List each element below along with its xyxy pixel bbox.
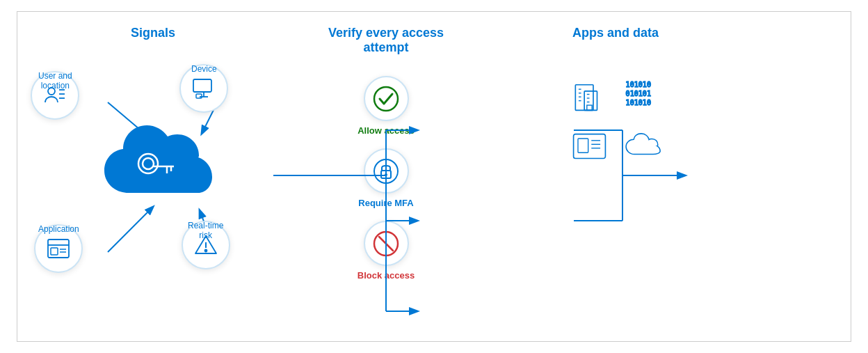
svg-rect-40	[584, 91, 597, 111]
signals-title: Signals	[24, 26, 282, 40]
verify-section: Verify every access attempt Allow access	[303, 26, 469, 281]
svg-text:101010: 101010	[626, 81, 651, 88]
binary-svg: 101010 010101 101010	[622, 75, 661, 113]
diagram: Signals User andlocation	[17, 11, 851, 342]
svg-text:101010: 101010	[626, 99, 651, 107]
cloud-apps-svg	[622, 127, 661, 166]
dashboard-svg	[570, 127, 609, 166]
block-access-circle	[364, 221, 409, 266]
cloud-svg	[87, 116, 226, 224]
require-mfa-item: Require MFA	[358, 148, 413, 208]
device-label: Device	[191, 64, 217, 74]
require-mfa-circle	[364, 148, 409, 194]
block-access-label: Block access	[357, 270, 415, 281]
svg-rect-53	[578, 139, 588, 152]
checkmark-svg	[372, 85, 400, 113]
svg-text:010101: 010101	[626, 90, 651, 97]
monitor-svg	[191, 76, 216, 101]
svg-rect-17	[193, 79, 211, 92]
signals-section: Signals User andlocation	[24, 26, 282, 327]
cloud-container	[87, 116, 226, 227]
svg-line-38	[379, 237, 393, 251]
verify-title: Verify every access attempt	[328, 26, 444, 55]
cloud-icon-container	[622, 127, 661, 166]
allow-access-circle	[364, 76, 409, 121]
binary-data-icon-container: 101010 010101 101010	[622, 75, 661, 113]
apps-grid: 101010 010101 101010	[563, 68, 668, 173]
building-svg	[570, 75, 609, 113]
application-label: Application	[38, 224, 79, 234]
svg-point-33	[374, 87, 398, 111]
device-group: Device	[191, 64, 217, 74]
realtime-risk-group: Real-timerisk	[188, 221, 223, 240]
allow-access-label: Allow access	[357, 125, 415, 136]
block-access-item: Block access	[357, 221, 415, 281]
user-location-label: User andlocation	[38, 71, 72, 91]
svg-point-36	[385, 173, 387, 176]
no-circle-svg	[372, 230, 400, 258]
building-icon-container	[570, 75, 609, 113]
realtime-risk-label: Real-timerisk	[188, 221, 223, 240]
lock-svg	[372, 157, 400, 185]
app-window-svg	[46, 236, 71, 261]
require-mfa-label: Require MFA	[358, 198, 413, 208]
verify-items: Allow access Require MFA	[357, 76, 415, 281]
apps-title: Apps and data	[572, 26, 659, 40]
apps-section: Apps and data	[539, 26, 692, 173]
allow-access-item: Allow access	[357, 76, 415, 136]
dashboard-icon-container	[570, 127, 609, 166]
svg-point-32	[204, 250, 207, 252]
user-location-group: User andlocation	[38, 71, 72, 91]
svg-rect-28	[51, 248, 58, 255]
svg-rect-20	[196, 94, 202, 98]
application-group: Application	[38, 224, 79, 234]
svg-rect-48	[587, 105, 592, 110]
